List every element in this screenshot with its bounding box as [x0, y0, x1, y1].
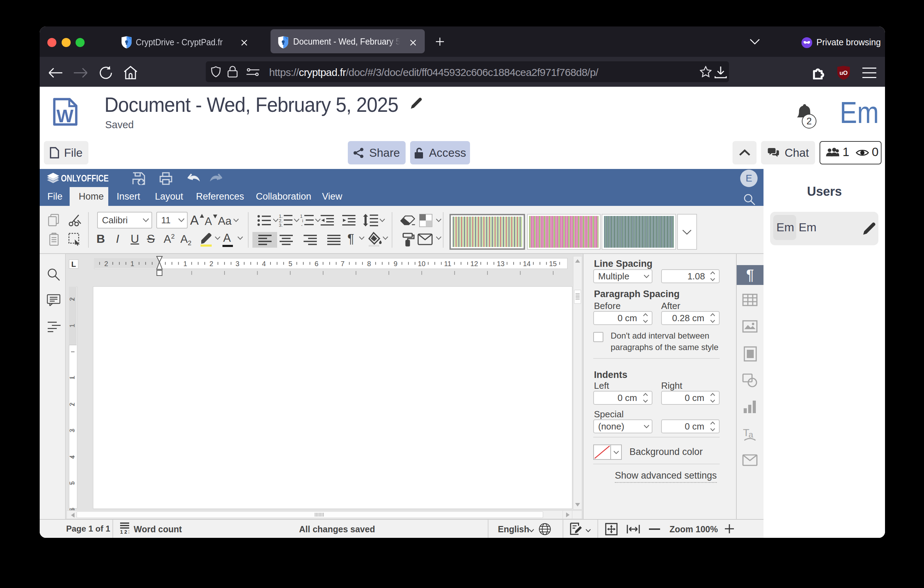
svg-text:13: 13 [497, 260, 505, 268]
svg-text:8: 8 [367, 260, 371, 268]
svg-text:3: 3 [235, 260, 239, 268]
svg-text:7: 7 [340, 260, 344, 268]
svg-text:i: i [302, 218, 303, 223]
svg-text:1 2 3: 1 2 3 [120, 529, 129, 534]
svg-text:1: 1 [69, 375, 76, 379]
svg-text:W: W [56, 106, 73, 126]
svg-text:11: 11 [444, 260, 452, 268]
svg-text:a: a [749, 430, 753, 439]
svg-text:3.: 3. [279, 223, 283, 227]
svg-text:10: 10 [418, 260, 426, 268]
svg-text:6: 6 [314, 260, 318, 268]
svg-text:-: - [301, 223, 302, 227]
svg-text:5: 5 [288, 260, 292, 268]
svg-text:12: 12 [470, 260, 478, 268]
svg-text:15: 15 [549, 260, 557, 268]
svg-text:4: 4 [262, 260, 266, 268]
svg-text:1: 1 [183, 260, 187, 268]
svg-text:uO: uO [840, 70, 848, 76]
svg-text:1: 1 [130, 260, 134, 268]
svg-text:1: 1 [300, 214, 302, 219]
svg-text:2: 2 [209, 260, 213, 268]
svg-text:9: 9 [393, 260, 397, 268]
svg-text:14: 14 [523, 260, 531, 268]
svg-text:2: 2 [104, 260, 108, 268]
